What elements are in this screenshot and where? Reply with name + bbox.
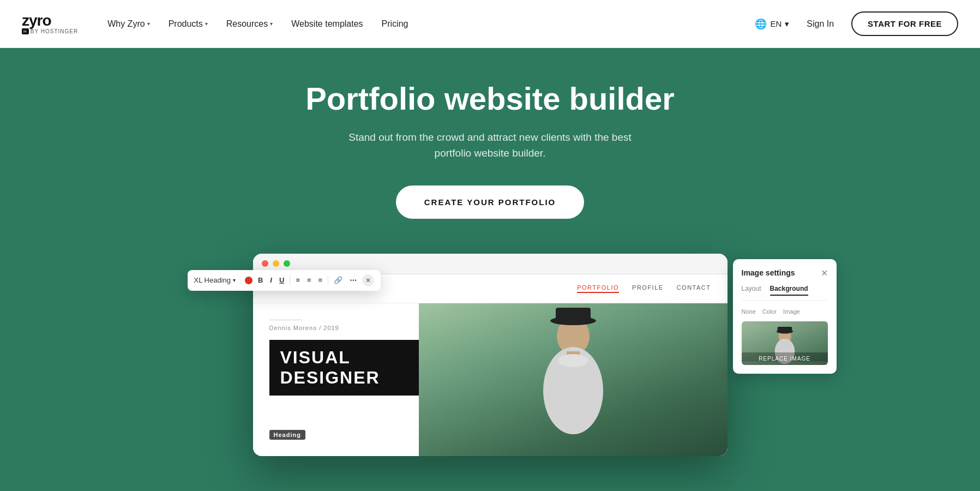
browser-dot-yellow — [273, 260, 279, 267]
portfolio-body: Dennis Moreno / 2019 VISUAL DESIGNER Hea… — [253, 303, 728, 456]
panel-title: Image settings — [742, 268, 795, 277]
panel-tab-layout[interactable]: Layout — [742, 285, 761, 296]
panel-tabs: Layout Background — [742, 285, 828, 301]
nav-item-resources[interactable]: Resources ▾ — [219, 15, 280, 33]
browser-content: DENNIS MORENO PORTFOLIO PROFILE CONTACT … — [253, 274, 728, 456]
panel-thumbnail: REPLACE IMAGE — [742, 321, 828, 365]
link-button[interactable]: 🔗 — [332, 275, 344, 285]
divider — [269, 320, 302, 320]
portfolio-heading: VISUAL DESIGNER — [280, 348, 380, 387]
hero-subtitle: Stand out from the crowd and attract new… — [348, 129, 632, 161]
portfolio-link-contact[interactable]: CONTACT — [677, 284, 711, 293]
italic-button[interactable]: I — [268, 275, 274, 285]
portfolio-link-profile[interactable]: PROFILE — [632, 284, 664, 293]
align-right-button[interactable]: ≡ — [317, 275, 324, 285]
more-button[interactable]: ⋯ — [348, 275, 358, 285]
globe-icon: 🌐 — [755, 18, 767, 30]
sign-in-button[interactable]: Sign In — [800, 15, 840, 33]
heading-label: Heading — [269, 430, 305, 440]
person-svg — [519, 303, 628, 456]
panel-option-image[interactable]: Image — [783, 308, 800, 315]
nav-item-why-zyro[interactable]: Why Zyro ▾ — [100, 15, 157, 33]
create-portfolio-button[interactable]: CREATE YOUR PORTFOLIO — [396, 185, 584, 219]
image-settings-panel: Image settings ✕ Layout Background None … — [733, 259, 837, 374]
logo[interactable]: zyro H BY HOSTINGER — [22, 13, 78, 34]
underline-button[interactable]: U — [278, 275, 286, 285]
svg-rect-9 — [777, 327, 792, 332]
panel-option-none[interactable]: None — [742, 308, 756, 315]
toolbar-close-button[interactable]: ✕ — [362, 274, 374, 286]
chevron-down-icon: ▾ — [147, 21, 150, 27]
nav-right: 🌐 EN ▾ Sign In START FOR FREE — [755, 11, 958, 36]
chevron-down-icon: ▾ — [233, 277, 236, 283]
panel-tab-background[interactable]: Background — [770, 285, 808, 296]
start-free-button[interactable]: START FOR FREE — [851, 11, 958, 36]
toolbar-tools: B I U ≡ ≡ ≡ 🔗 ⋯ ✕ — [245, 274, 374, 286]
portfolio-link-portfolio[interactable]: PORTFOLIO — [577, 284, 619, 293]
heading-select[interactable]: XL Heading ▾ — [194, 276, 241, 284]
portfolio-links: PORTFOLIO PROFILE CONTACT — [577, 284, 711, 293]
bold-button[interactable]: B — [256, 275, 264, 285]
language-selector[interactable]: 🌐 EN ▾ — [755, 18, 789, 30]
nav-item-products[interactable]: Products ▾ — [161, 15, 215, 33]
logo-text: zyro — [22, 13, 78, 28]
svg-point-5 — [558, 354, 588, 367]
svg-rect-2 — [556, 308, 591, 323]
replace-image-label[interactable]: REPLACE IMAGE — [742, 352, 828, 365]
portfolio-person-image — [419, 303, 728, 456]
chevron-down-icon: ▾ — [205, 21, 208, 27]
logo-sub: H BY HOSTINGER — [22, 28, 78, 34]
nav-item-templates[interactable]: Website templates — [284, 15, 370, 33]
portfolio-image — [419, 303, 728, 456]
panel-options: None Color Image — [742, 308, 828, 315]
hostinger-badge: H — [22, 28, 29, 34]
color-dot[interactable] — [245, 277, 252, 284]
toolbar-separator — [290, 276, 290, 285]
logo-subtext: BY HOSTINGER — [31, 28, 78, 34]
browser-dot-red — [262, 260, 268, 267]
navbar: zyro H BY HOSTINGER Why Zyro ▾ Products … — [0, 0, 980, 48]
hero-section: Portfolio website builder Stand out from… — [0, 48, 980, 491]
builder-preview: XL Heading ▾ B I U ≡ ≡ ≡ 🔗 ⋯ ✕ — [253, 254, 728, 456]
align-left-button[interactable]: ≡ — [294, 275, 302, 285]
nav-links: Why Zyro ▾ Products ▾ Resources ▾ Websit… — [100, 15, 755, 33]
chevron-down-icon: ▾ — [785, 19, 789, 29]
text-toolbar: XL Heading ▾ B I U ≡ ≡ ≡ 🔗 ⋯ ✕ — [188, 270, 381, 291]
panel-header: Image settings ✕ — [742, 268, 828, 278]
panel-close-button[interactable]: ✕ — [821, 268, 828, 278]
hero-title: Portfolio website builder — [305, 81, 675, 117]
align-center-button[interactable]: ≡ — [305, 275, 313, 285]
nav-item-pricing[interactable]: Pricing — [374, 15, 416, 33]
chevron-down-icon: ▾ — [270, 21, 273, 27]
browser-dot-green — [284, 260, 290, 267]
toolbar-separator — [328, 276, 328, 285]
panel-option-color[interactable]: Color — [762, 308, 777, 315]
